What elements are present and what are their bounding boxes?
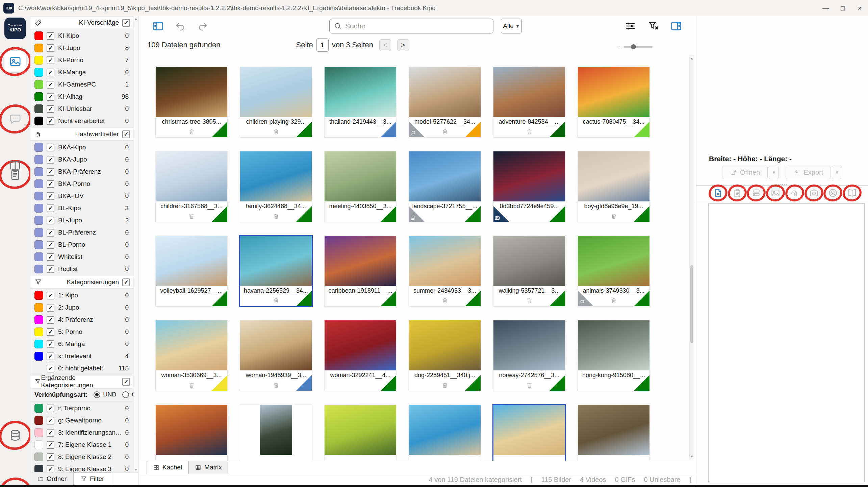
thumbnail-image[interactable] (325, 67, 396, 117)
thumbnail-image[interactable] (260, 405, 292, 455)
file-tile[interactable] (493, 405, 565, 461)
file-tile[interactable]: hong-kong-915080__... (578, 320, 650, 391)
file-tile[interactable]: meeting-4403850__3... (324, 151, 397, 222)
zoom-slider-knob[interactable] (631, 44, 636, 49)
zoom-out-icon[interactable]: − (616, 43, 620, 51)
open-button[interactable]: Öffnen (722, 166, 768, 179)
scrollbar-thumb[interactable] (690, 265, 693, 343)
filter-checkbox[interactable]: ✓ (47, 93, 54, 101)
detail-tab-image-info[interactable] (770, 187, 781, 199)
filter-checkbox[interactable]: ✓ (47, 441, 54, 449)
filter-checkbox[interactable]: ✓ (47, 328, 54, 336)
filter-checkbox[interactable]: ✓ (47, 316, 54, 324)
section-checkbox[interactable]: ✓ (122, 378, 130, 386)
toggle-right-panel-button[interactable] (669, 19, 684, 33)
thumbnail-image[interactable] (325, 151, 396, 201)
file-tile[interactable] (155, 405, 228, 461)
filter-checkbox[interactable]: ✓ (47, 192, 54, 200)
thumbnail-image[interactable] (493, 320, 565, 370)
filter-checkbox[interactable]: ✓ (47, 365, 54, 372)
thumbnail-image[interactable] (493, 67, 565, 117)
view-tab-matrix[interactable]: Matrix (188, 461, 228, 474)
thumbnail-image[interactable] (240, 67, 312, 117)
maximize-button[interactable]: □ (834, 0, 851, 16)
scroll-down-icon[interactable]: ▼ (134, 468, 138, 471)
file-tile[interactable]: norway-2742576__3... (493, 320, 565, 391)
detail-tab-map-location[interactable] (846, 187, 858, 199)
file-tile[interactable]: thailand-2419443__3... (324, 67, 397, 138)
thumbnail-image[interactable] (409, 151, 481, 201)
file-tile[interactable]: children-3167588__3... (155, 151, 228, 222)
file-tile[interactable]: 0d3bbd7724e9e459... (493, 151, 565, 222)
filter-checkbox[interactable]: ✓ (47, 453, 54, 461)
file-tile[interactable] (324, 405, 397, 461)
detail-tab-file-details[interactable] (712, 187, 724, 199)
thumbnail-image[interactable] (578, 405, 649, 455)
filter-checkbox[interactable]: ✓ (47, 69, 54, 76)
filter-checkbox[interactable]: ✓ (47, 217, 54, 224)
filter-checkbox[interactable]: ✓ (47, 56, 54, 64)
file-tile[interactable]: caribbean-1918911__... (324, 236, 397, 307)
filter-checkbox[interactable]: ✓ (47, 168, 54, 176)
section-checkbox[interactable]: ✓ (122, 278, 130, 286)
panel-drag-handle[interactable]: •••••• (776, 182, 788, 187)
file-tile[interactable]: model-5277622__34... (409, 67, 481, 138)
thumbnail-image[interactable] (240, 320, 312, 370)
file-tile[interactable]: woman-3530669__3... (155, 320, 228, 391)
detail-tab-hash-info[interactable] (789, 187, 800, 199)
file-tile[interactable]: adventure-842584__... (493, 67, 565, 138)
thumbnail-image[interactable] (409, 320, 481, 370)
filter-checkbox[interactable]: ✓ (47, 304, 54, 312)
file-tile[interactable]: christmas-tree-3805... (155, 67, 228, 138)
file-tile[interactable]: dog-2289451__340.j... (409, 320, 481, 391)
export-options-button[interactable]: ▼ (832, 166, 842, 179)
thumbnail-image[interactable] (156, 236, 227, 286)
thumbnail-image[interactable] (325, 405, 396, 455)
search-box[interactable] (329, 19, 493, 33)
thumbnail-image[interactable] (493, 405, 565, 455)
filter-checkbox[interactable]: ✓ (47, 352, 54, 360)
previous-page-button[interactable]: < (379, 39, 391, 51)
detail-tab-metadata[interactable] (750, 187, 762, 199)
open-options-button[interactable]: ▼ (769, 166, 779, 179)
filter-checkbox[interactable]: ✓ (47, 265, 54, 273)
toggle-left-panel-button[interactable] (151, 19, 165, 33)
radio-und[interactable] (94, 391, 100, 398)
filter-checkbox[interactable]: ✓ (47, 81, 54, 89)
iconbar-database-button[interactable] (4, 424, 26, 446)
file-tile[interactable]: animals-3749330__3... (578, 236, 650, 307)
file-tile[interactable]: volleyball-1629527__... (155, 236, 228, 307)
filter-checkbox[interactable]: ✓ (47, 180, 54, 188)
filter-checkbox[interactable]: ✓ (47, 292, 54, 299)
filter-checkbox[interactable]: ✓ (47, 156, 54, 164)
thumbnail-image[interactable] (156, 151, 227, 201)
filter-checkbox[interactable]: ✓ (47, 32, 54, 40)
thumbnail-image[interactable] (578, 236, 649, 286)
file-tile[interactable] (240, 405, 312, 461)
undo-button[interactable] (173, 19, 188, 33)
thumbnail-image[interactable] (578, 320, 649, 370)
file-tile[interactable]: summer-2434933__3... (409, 236, 481, 307)
filter-checkbox[interactable]: ✓ (47, 144, 54, 151)
detail-tab-persons[interactable] (827, 187, 839, 199)
filter-checkbox[interactable]: ✓ (47, 105, 54, 113)
search-scope-dropdown[interactable]: Alle ▼ (501, 19, 522, 33)
filter-checkbox[interactable]: ✓ (47, 117, 54, 125)
file-tile[interactable] (578, 405, 650, 461)
iconbar-images-view-button[interactable] (4, 51, 26, 72)
thumbnail-image[interactable] (240, 151, 312, 201)
section-checkbox[interactable]: ✓ (122, 130, 130, 138)
thumbnail-image[interactable] (240, 236, 312, 286)
file-tile[interactable]: children-playing-329... (240, 67, 312, 138)
thumbnail-image[interactable] (325, 320, 396, 370)
sidebar-scrollbar[interactable]: ▲ ▼ (133, 16, 138, 472)
thumbnail-image[interactable] (493, 151, 565, 201)
file-tile[interactable]: cactus-7080475__34... (578, 67, 650, 138)
view-settings-button[interactable] (623, 19, 638, 33)
next-page-button[interactable]: > (397, 39, 409, 51)
thumbnail-image[interactable] (156, 320, 227, 370)
export-button[interactable]: Export (786, 166, 831, 179)
filter-checkbox[interactable]: ✓ (47, 241, 54, 249)
filter-checkbox[interactable]: ✓ (47, 253, 54, 261)
iconbar-comments-button[interactable] (4, 108, 26, 130)
